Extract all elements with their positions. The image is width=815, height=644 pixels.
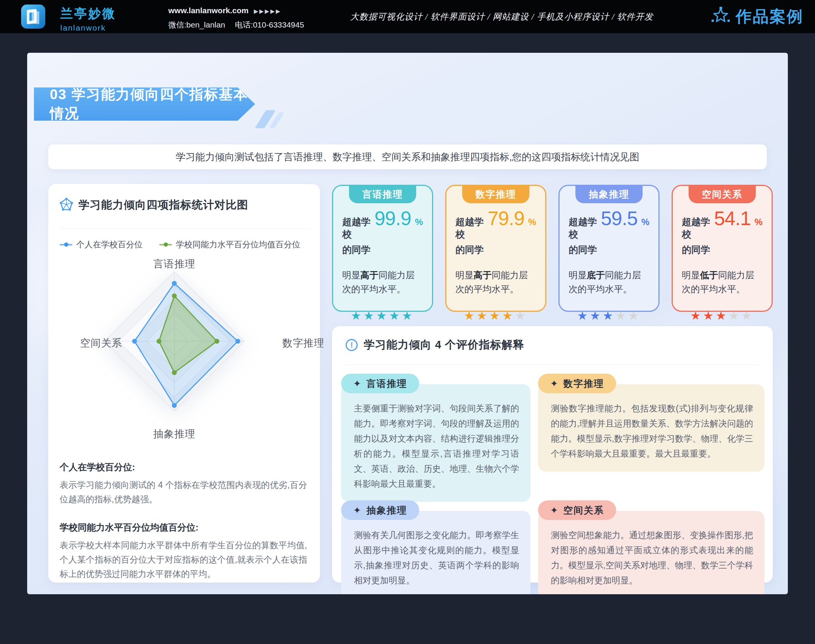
brand-logo	[21, 5, 45, 29]
percent-sign: %	[641, 217, 649, 227]
stars-filled: ★★★	[690, 309, 729, 322]
brand-name-cn: 兰亭妙微	[60, 5, 116, 22]
explain-body: 主要侧重于测验对字词、句段间关系了解的能力。即考察对字词、句段的理解及运用的能力…	[341, 384, 531, 502]
explain-block-numeric: ✦ 数字推理 测验数字推理能力。包括发现数(式)排列与变化规律的能力,理解并且运…	[538, 374, 764, 472]
explain-pill: ✦ 数字推理	[538, 374, 616, 393]
score-card-numeric: 数字推理 超越学校 79.9 % 的同学 明显高于同能力层次的平均水平。 ★★★…	[445, 185, 546, 312]
radar-panel: 学习能力倾向四项指标统计对比图 个人在学校百分位 学校同能力水平百分位均值百分位…	[48, 184, 320, 583]
explain-body: 测验空间想象能力。通过想象图形、变换操作图形,把对图形的感知通过平面或立体的形式…	[538, 511, 764, 594]
star-rating: ★★★★★	[342, 309, 423, 323]
percent-sign: %	[415, 217, 423, 227]
divider	[346, 365, 759, 365]
explain-label: 空间关系	[563, 504, 604, 517]
stars-filled: ★★★★★	[351, 309, 415, 322]
score-card-verbal: 言语推理 超越学校 99.9 % 的同学 明显高于同能力层次的平均水平。 ★★★…	[332, 185, 433, 312]
radar-axis-label: 数字推理	[282, 336, 328, 350]
note-body: 表示学校大样本同能力水平群体中所有学生百分位的算数平均值,个人某个指标的百分位大…	[60, 538, 307, 581]
radar-axis-label: 抽象推理	[137, 427, 212, 441]
pen-tool-icon	[711, 6, 730, 27]
explain-label: 数字推理	[563, 377, 604, 390]
explain-body: 测验有关几何图形之变化能力。即考察学生从图形中推论其变化规则的能力。模型显示,抽…	[341, 511, 531, 594]
section-title-ribbon: 03 学习能力倾向四个指标基本情况	[34, 87, 255, 121]
radar-notes: 个人在学校百分位: 表示学习能力倾向测试的 4 个指标在学校范围内表现的优劣,百…	[60, 461, 307, 594]
score-card-spatial: 空间关系 超越学校 54.1 % 的同学 明显低于同能力层次的平均水平。 ★★★…	[672, 185, 773, 312]
score-card-tab: 空间关系	[689, 186, 756, 203]
explain-block-verbal: ✦ 言语推理 主要侧重于测验对字词、句段间关系了解的能力。即考察对字词、句段的理…	[341, 374, 531, 502]
stars-empty: ★★	[615, 309, 641, 322]
score-card-abstract: 抽象推理 超越学校 59.5 % 的同学 明显底于同能力层次的平均水平。 ★★★…	[558, 185, 660, 312]
section-title: 03 学习能力倾向四个指标基本情况	[50, 85, 255, 123]
exceed-suffix: 的同学	[682, 244, 763, 256]
legend-marker-green	[159, 244, 172, 245]
services-list: 大数据可视化设计 / 软件界面设计 / 网站建设 / 手机及小程序设计 / 软件…	[350, 0, 654, 33]
percentile-value: 54.1	[714, 207, 750, 230]
sparkle-icon: ✦	[353, 378, 362, 389]
percent-sign: %	[528, 217, 536, 227]
website-url: www.lanlanwork.com	[168, 6, 249, 15]
score-card-tab: 抽象推理	[575, 186, 643, 203]
judgement-text: 明显高于同能力层次的平均水平。	[455, 268, 536, 296]
judgement-text: 明显高于同能力层次的平均水平。	[342, 268, 423, 296]
explain-pill: ✦ 抽象推理	[341, 500, 419, 520]
intro-bar: 学习能力倾向测试包括了言语推理、数字推理、空间关系和抽象推理四项指标,您的这四项…	[48, 144, 767, 169]
star-rating: ★★★★★	[455, 309, 536, 323]
contact-block: www.lanlanwork.com▶▶▶▶▶ 微信:ben_lanlan电话:…	[168, 6, 314, 30]
star-rating: ★★★★★	[682, 309, 763, 323]
stars-empty: ★	[515, 309, 528, 322]
explanation-title: 学习能力倾向 4 个评价指标解释	[364, 337, 524, 353]
judgement-text: 明显底于同能力层次的平均水平。	[569, 268, 649, 296]
radar-chart	[38, 247, 310, 435]
explain-pill: ✦ 空间关系	[538, 500, 616, 520]
exceed-suffix: 的同学	[342, 244, 423, 256]
explain-label: 抽象推理	[366, 504, 407, 517]
exceed-prefix: 超越学校	[569, 216, 597, 241]
explain-body: 测验数字推理能力。包括发现数(式)排列与变化规律的能力,理解并且运用数量关系、数…	[538, 384, 764, 472]
wechat-id: 微信:ben_lanlan	[168, 20, 225, 29]
exceed-suffix: 的同学	[569, 244, 649, 256]
explanation-panel: ! 学习能力倾向 4 个评价指标解释 ✦ 言语推理 主要侧重于测验对字词、句段间…	[332, 326, 773, 583]
sparkle-icon: ✦	[550, 505, 559, 516]
exceed-prefix: 超越学校	[455, 216, 484, 241]
portfolio-label: 作品案例	[736, 6, 804, 27]
stars-filled: ★★★	[577, 309, 615, 322]
explain-block-abstract: ✦ 抽象推理 测验有关几何图形之变化能力。即考察学生从图形中推论其变化规则的能力…	[341, 500, 531, 594]
legend-marker-blue	[60, 244, 72, 245]
intro-text: 学习能力倾向测试包括了言语推理、数字推理、空间关系和抽象推理四项指标,您的这四项…	[175, 150, 639, 164]
radar-axis-label: 空间关系	[80, 336, 125, 350]
stars-empty: ★★	[729, 309, 754, 322]
exceed-suffix: 的同学	[455, 244, 536, 256]
percentile-value: 99.9	[374, 207, 411, 230]
info-icon: !	[346, 339, 358, 351]
book-page-icon	[32, 11, 39, 25]
report-page: 兰亭妙微 lanlanwork www.lanlanwork.com▶▶▶▶▶ …	[0, 0, 815, 644]
judgement-text: 明显低于同能力层次的平均水平。	[682, 268, 763, 296]
radar-panel-title: 学习能力倾向四项指标统计对比图	[78, 198, 248, 213]
percent-sign: %	[755, 217, 763, 227]
stars-filled: ★★★★	[464, 309, 515, 322]
radar-axis-label: 言语推理	[137, 257, 212, 271]
portfolio-block: 作品案例	[711, 0, 804, 33]
explain-label: 言语推理	[366, 377, 407, 390]
note-heading: 学校同能力水平百分位均值百分位:	[60, 521, 307, 534]
sparkle-icon: ✦	[550, 378, 559, 389]
divider	[60, 228, 309, 229]
report-sheet: 03 学习能力倾向四个指标基本情况 学习能力倾向测试包括了言语推理、数字推理、空…	[27, 53, 788, 594]
explain-block-spatial: ✦ 空间关系 测验空间想象能力。通过想象图形、变换操作图形,把对图形的感知通过平…	[538, 500, 764, 594]
star-rating: ★★★★★	[569, 309, 649, 323]
explain-pill: ✦ 言语推理	[341, 374, 419, 393]
brand-block: 兰亭妙微 lanlanwork	[60, 5, 116, 32]
note-heading: 个人在学校百分位:	[60, 461, 307, 473]
percentile-value: 59.5	[601, 207, 637, 230]
sparkle-icon: ✦	[353, 505, 362, 516]
brand-name-en: lanlanwork	[60, 23, 116, 32]
score-card-tab: 数字推理	[462, 186, 529, 203]
exceed-prefix: 超越学校	[682, 216, 710, 241]
arrows-icon: ▶▶▶▶▶	[254, 8, 281, 14]
exceed-prefix: 超越学校	[342, 216, 371, 241]
radar-chart-icon	[60, 198, 73, 213]
score-card-tab: 言语推理	[349, 186, 416, 203]
note-body: 表示学习能力倾向测试的 4 个指标在学校范围内表现的优劣,百分位越高的指标,优势…	[60, 478, 307, 506]
phone-number: 电话:010-63334945	[235, 20, 304, 29]
percentile-value: 79.9	[487, 207, 524, 230]
top-banner: 兰亭妙微 lanlanwork www.lanlanwork.com▶▶▶▶▶ …	[0, 0, 815, 33]
